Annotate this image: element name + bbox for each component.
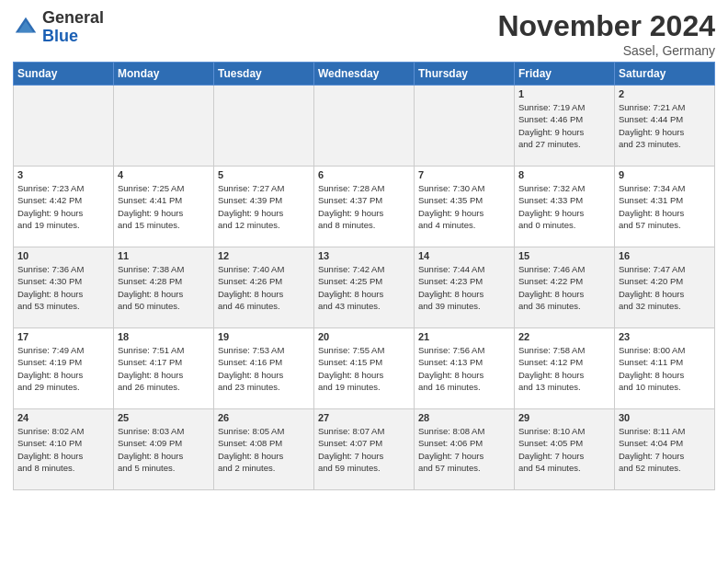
day-number: 13 bbox=[318, 250, 410, 261]
calendar-cell: 27Sunrise: 8:07 AMSunset: 4:07 PMDayligh… bbox=[314, 409, 415, 490]
day-info: Sunrise: 7:42 AMSunset: 4:25 PMDaylight:… bbox=[318, 263, 410, 312]
weekday-header-wednesday: Wednesday bbox=[314, 63, 415, 86]
calendar-cell: 14Sunrise: 7:44 AMSunset: 4:23 PMDayligh… bbox=[415, 247, 515, 328]
day-info: Sunrise: 8:05 AMSunset: 4:08 PMDaylight:… bbox=[218, 425, 310, 474]
day-info: Sunrise: 7:28 AMSunset: 4:37 PMDaylight:… bbox=[318, 182, 410, 231]
day-number: 2 bbox=[619, 88, 711, 99]
calendar-cell: 3Sunrise: 7:23 AMSunset: 4:42 PMDaylight… bbox=[14, 167, 114, 247]
calendar-cell: 26Sunrise: 8:05 AMSunset: 4:08 PMDayligh… bbox=[214, 409, 314, 490]
calendar-week-1: 1Sunrise: 7:19 AMSunset: 4:46 PMDaylight… bbox=[14, 86, 715, 167]
logo: General Blue bbox=[13, 9, 104, 46]
day-info: Sunrise: 7:21 AMSunset: 4:44 PMDaylight:… bbox=[619, 101, 711, 150]
day-info: Sunrise: 7:19 AMSunset: 4:46 PMDaylight:… bbox=[518, 101, 610, 150]
calendar-cell: 29Sunrise: 8:10 AMSunset: 4:05 PMDayligh… bbox=[515, 409, 615, 490]
day-info: Sunrise: 7:34 AMSunset: 4:31 PMDaylight:… bbox=[619, 182, 711, 231]
weekday-header-monday: Monday bbox=[114, 63, 214, 86]
calendar-table: SundayMondayTuesdayWednesdayThursdayFrid… bbox=[13, 62, 715, 490]
location: Sasel, Germany bbox=[497, 43, 715, 58]
day-number: 5 bbox=[218, 169, 310, 180]
logo-blue-text: Blue bbox=[42, 27, 78, 45]
calendar-cell: 7Sunrise: 7:30 AMSunset: 4:35 PMDaylight… bbox=[415, 167, 515, 247]
calendar-cell: 2Sunrise: 7:21 AMSunset: 4:44 PMDaylight… bbox=[615, 86, 715, 167]
calendar-week-4: 17Sunrise: 7:49 AMSunset: 4:19 PMDayligh… bbox=[14, 328, 715, 409]
calendar-cell: 11Sunrise: 7:38 AMSunset: 4:28 PMDayligh… bbox=[114, 247, 214, 328]
calendar-week-2: 3Sunrise: 7:23 AMSunset: 4:42 PMDaylight… bbox=[14, 167, 715, 247]
calendar-cell: 16Sunrise: 7:47 AMSunset: 4:20 PMDayligh… bbox=[615, 247, 715, 328]
day-number: 9 bbox=[619, 169, 711, 180]
day-number: 7 bbox=[418, 169, 510, 180]
weekday-header-friday: Friday bbox=[515, 63, 615, 86]
day-info: Sunrise: 7:53 AMSunset: 4:16 PMDaylight:… bbox=[218, 344, 310, 393]
weekday-header-row: SundayMondayTuesdayWednesdayThursdayFrid… bbox=[14, 63, 715, 86]
calendar-cell: 10Sunrise: 7:36 AMSunset: 4:30 PMDayligh… bbox=[14, 247, 114, 328]
day-number: 14 bbox=[418, 250, 510, 261]
day-info: Sunrise: 8:03 AMSunset: 4:09 PMDaylight:… bbox=[118, 425, 210, 474]
day-number: 8 bbox=[518, 169, 610, 180]
calendar-cell: 13Sunrise: 7:42 AMSunset: 4:25 PMDayligh… bbox=[314, 247, 415, 328]
calendar-body: 1Sunrise: 7:19 AMSunset: 4:46 PMDaylight… bbox=[14, 86, 715, 490]
calendar-cell: 23Sunrise: 8:00 AMSunset: 4:11 PMDayligh… bbox=[615, 328, 715, 409]
calendar-cell: 20Sunrise: 7:55 AMSunset: 4:15 PMDayligh… bbox=[314, 328, 415, 409]
calendar-cell: 19Sunrise: 7:53 AMSunset: 4:16 PMDayligh… bbox=[214, 328, 314, 409]
day-info: Sunrise: 7:23 AMSunset: 4:42 PMDaylight:… bbox=[17, 182, 109, 231]
day-number: 17 bbox=[17, 331, 109, 342]
day-info: Sunrise: 7:25 AMSunset: 4:41 PMDaylight:… bbox=[118, 182, 210, 231]
day-info: Sunrise: 8:02 AMSunset: 4:10 PMDaylight:… bbox=[17, 425, 109, 474]
logo-general-text: General bbox=[42, 8, 104, 27]
day-number: 25 bbox=[118, 412, 210, 423]
calendar-cell: 4Sunrise: 7:25 AMSunset: 4:41 PMDaylight… bbox=[114, 167, 214, 247]
weekday-header-tuesday: Tuesday bbox=[214, 63, 314, 86]
day-number: 15 bbox=[518, 250, 610, 261]
day-number: 30 bbox=[619, 412, 711, 423]
day-info: Sunrise: 7:38 AMSunset: 4:28 PMDaylight:… bbox=[118, 263, 210, 312]
day-info: Sunrise: 7:27 AMSunset: 4:39 PMDaylight:… bbox=[218, 182, 310, 231]
calendar-cell: 6Sunrise: 7:28 AMSunset: 4:37 PMDaylight… bbox=[314, 167, 415, 247]
calendar-cell: 28Sunrise: 8:08 AMSunset: 4:06 PMDayligh… bbox=[415, 409, 515, 490]
day-number: 23 bbox=[619, 331, 711, 342]
day-number: 29 bbox=[518, 412, 610, 423]
day-info: Sunrise: 8:00 AMSunset: 4:11 PMDaylight:… bbox=[619, 344, 711, 393]
weekday-header-saturday: Saturday bbox=[615, 63, 715, 86]
calendar-cell: 1Sunrise: 7:19 AMSunset: 4:46 PMDaylight… bbox=[515, 86, 615, 167]
logo-icon bbox=[13, 15, 39, 40]
day-info: Sunrise: 7:40 AMSunset: 4:26 PMDaylight:… bbox=[218, 263, 310, 312]
day-info: Sunrise: 7:44 AMSunset: 4:23 PMDaylight:… bbox=[418, 263, 510, 312]
calendar-cell: 18Sunrise: 7:51 AMSunset: 4:17 PMDayligh… bbox=[114, 328, 214, 409]
calendar-cell bbox=[314, 86, 415, 167]
day-info: Sunrise: 7:36 AMSunset: 4:30 PMDaylight:… bbox=[17, 263, 109, 312]
calendar-cell: 22Sunrise: 7:58 AMSunset: 4:12 PMDayligh… bbox=[515, 328, 615, 409]
day-number: 24 bbox=[17, 412, 109, 423]
day-number: 12 bbox=[218, 250, 310, 261]
calendar-cell: 25Sunrise: 8:03 AMSunset: 4:09 PMDayligh… bbox=[114, 409, 214, 490]
day-info: Sunrise: 7:51 AMSunset: 4:17 PMDaylight:… bbox=[118, 344, 210, 393]
calendar-cell: 17Sunrise: 7:49 AMSunset: 4:19 PMDayligh… bbox=[14, 328, 114, 409]
day-number: 4 bbox=[118, 169, 210, 180]
day-number: 28 bbox=[418, 412, 510, 423]
calendar-cell: 12Sunrise: 7:40 AMSunset: 4:26 PMDayligh… bbox=[214, 247, 314, 328]
calendar-cell: 5Sunrise: 7:27 AMSunset: 4:39 PMDaylight… bbox=[214, 167, 314, 247]
calendar-cell bbox=[214, 86, 314, 167]
calendar-week-5: 24Sunrise: 8:02 AMSunset: 4:10 PMDayligh… bbox=[14, 409, 715, 490]
calendar-cell: 15Sunrise: 7:46 AMSunset: 4:22 PMDayligh… bbox=[515, 247, 615, 328]
day-info: Sunrise: 7:30 AMSunset: 4:35 PMDaylight:… bbox=[418, 182, 510, 231]
weekday-header-thursday: Thursday bbox=[415, 63, 515, 86]
day-info: Sunrise: 7:56 AMSunset: 4:13 PMDaylight:… bbox=[418, 344, 510, 393]
day-number: 20 bbox=[318, 331, 410, 342]
calendar-cell: 24Sunrise: 8:02 AMSunset: 4:10 PMDayligh… bbox=[14, 409, 114, 490]
calendar-cell bbox=[14, 86, 114, 167]
day-number: 11 bbox=[118, 250, 210, 261]
day-info: Sunrise: 7:32 AMSunset: 4:33 PMDaylight:… bbox=[518, 182, 610, 231]
title-block: November 2024 Sasel, Germany bbox=[497, 9, 715, 58]
day-info: Sunrise: 8:08 AMSunset: 4:06 PMDaylight:… bbox=[418, 425, 510, 474]
day-info: Sunrise: 7:46 AMSunset: 4:22 PMDaylight:… bbox=[518, 263, 610, 312]
day-number: 16 bbox=[619, 250, 711, 261]
day-number: 26 bbox=[218, 412, 310, 423]
day-number: 21 bbox=[418, 331, 510, 342]
day-info: Sunrise: 8:11 AMSunset: 4:04 PMDaylight:… bbox=[619, 425, 711, 474]
day-number: 6 bbox=[318, 169, 410, 180]
day-number: 18 bbox=[118, 331, 210, 342]
day-info: Sunrise: 7:55 AMSunset: 4:15 PMDaylight:… bbox=[318, 344, 410, 393]
page-container: General Blue November 2024 Sasel, German… bbox=[0, 0, 728, 500]
day-number: 10 bbox=[17, 250, 109, 261]
day-info: Sunrise: 7:47 AMSunset: 4:20 PMDaylight:… bbox=[619, 263, 711, 312]
